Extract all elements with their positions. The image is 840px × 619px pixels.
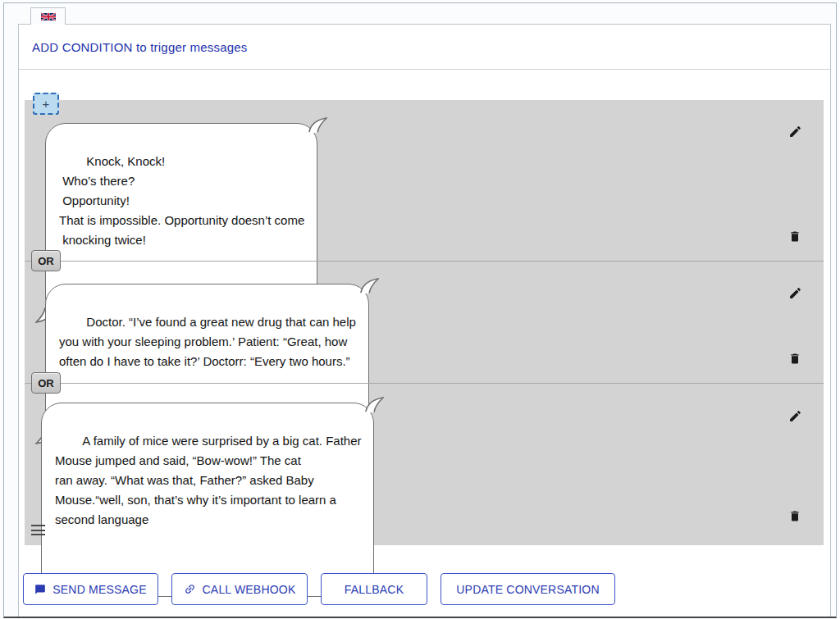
page-title: ADD CONDITION to trigger messages — [32, 40, 248, 54]
conditions-canvas: + Knock, Knock! Who’s there? Opportunity… — [25, 100, 824, 545]
pencil-icon — [788, 286, 802, 300]
bubble-tail-icon — [359, 278, 379, 294]
delete-message-button[interactable] — [788, 351, 802, 366]
button-label: SEND MESSAGE — [52, 583, 146, 596]
condition-row: Knock, Knock! Who’s there? Opportunity! … — [25, 100, 824, 261]
call-webhook-button[interactable]: CALL WEBHOOK — [171, 573, 308, 605]
edit-message-button[interactable] — [788, 408, 802, 423]
pencil-icon — [788, 409, 802, 423]
button-label: FALLBACK — [345, 583, 404, 596]
panel-header: ADD CONDITION to trigger messages — [19, 25, 830, 70]
edit-message-button[interactable] — [788, 285, 802, 300]
bubble-tail-icon — [364, 397, 384, 413]
update-conversation-button[interactable]: UPDATE CONVERSATION — [441, 573, 615, 605]
trash-icon — [788, 509, 801, 523]
button-label: UPDATE CONVERSATION — [456, 583, 599, 596]
speech-bubble-icon — [34, 584, 46, 595]
message-text: Knock, Knock! Who’s there? Opportunity! … — [59, 154, 304, 247]
edit-message-button[interactable] — [788, 124, 802, 139]
add-condition-button[interactable]: + — [33, 93, 59, 115]
delete-message-button[interactable] — [788, 508, 802, 523]
link-icon — [180, 580, 198, 598]
or-badge: OR — [31, 372, 61, 394]
action-toolbar: SEND MESSAGE CALL WEBHOOK FALLBACK UPDAT… — [23, 573, 615, 605]
message-text: Doctor. “I’ve found a great new drug tha… — [59, 315, 356, 368]
pencil-icon — [788, 125, 802, 139]
or-badge: OR — [31, 250, 61, 271]
trash-icon — [788, 352, 801, 366]
message-bubble[interactable]: A family of mice were surprised by a big… — [41, 403, 374, 597]
button-label: CALL WEBHOOK — [203, 583, 296, 596]
fallback-button[interactable]: FALLBACK — [321, 573, 427, 605]
condition-row: Doctor. “I’ve found a great new drug tha… — [25, 261, 824, 383]
drag-handle[interactable] — [31, 524, 48, 536]
trash-icon — [788, 230, 801, 244]
drag-handle-icon — [31, 525, 45, 535]
chatbot-condition-editor: ADD CONDITION to trigger messages + Knoc… — [0, 0, 840, 619]
uk-flag-icon — [41, 12, 56, 21]
message-text: A family of mice were surprised by a big… — [55, 434, 361, 526]
send-message-button[interactable]: SEND MESSAGE — [23, 573, 158, 605]
language-tab[interactable] — [30, 7, 66, 25]
condition-row: A family of mice were surprised by a big… — [25, 383, 824, 545]
delete-message-button[interactable] — [788, 229, 802, 244]
bubble-tail-icon — [308, 117, 327, 134]
